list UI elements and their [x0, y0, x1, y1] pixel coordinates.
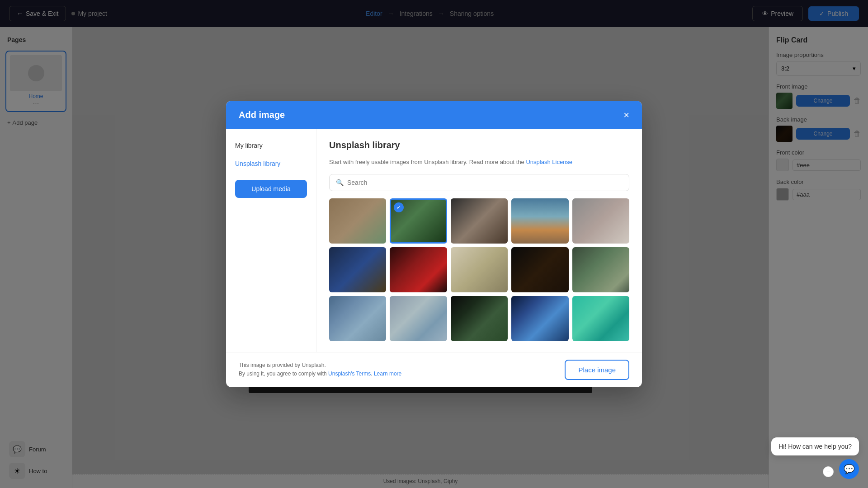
learn-more-link[interactable]: Learn more: [374, 371, 401, 377]
upload-media-button[interactable]: Upload media: [235, 180, 307, 198]
grid-item-12[interactable]: [390, 296, 447, 341]
grid-item-8[interactable]: [451, 247, 508, 292]
grid-item-11[interactable]: [329, 296, 386, 341]
grid-item-5[interactable]: [572, 198, 629, 244]
grid-item-4[interactable]: [511, 198, 568, 244]
grid-item-15[interactable]: [572, 296, 629, 341]
grid-item-10[interactable]: [572, 247, 629, 292]
image-grid: ✓: [329, 198, 629, 341]
modal-sidebar: My library Unsplash library Upload media: [226, 129, 316, 352]
search-bar: 🔍: [329, 174, 629, 191]
chat-widget: Hi! How can we help you? − 💬: [771, 437, 859, 479]
search-input[interactable]: [347, 179, 623, 186]
chat-bubble: Hi! How can we help you?: [771, 437, 859, 455]
search-icon: 🔍: [336, 179, 344, 186]
unsplash-license-link[interactable]: Unsplash License: [526, 159, 572, 165]
modal-body: My library Unsplash library Upload media…: [226, 129, 642, 352]
grid-item-14[interactable]: [511, 296, 568, 341]
modal-content: Unsplash library Start with freely usabl…: [316, 129, 642, 352]
add-image-modal: Add image × My library Unsplash library …: [226, 101, 642, 387]
nav-unsplash-library[interactable]: Unsplash library: [235, 158, 307, 169]
modal-close-button[interactable]: ×: [623, 110, 629, 120]
messenger-icon: 💬: [844, 464, 855, 474]
modal-footer: This image is provided by Unsplash. By u…: [226, 352, 642, 387]
grid-item-13[interactable]: [451, 296, 508, 341]
grid-item-6[interactable]: [329, 247, 386, 292]
unsplash-terms-link[interactable]: Unsplash's Terms: [328, 371, 371, 377]
place-image-button[interactable]: Place image: [565, 360, 629, 380]
grid-item-1[interactable]: [329, 198, 386, 244]
library-title: Unsplash library: [329, 140, 629, 150]
chat-open-button[interactable]: 💬: [839, 459, 859, 479]
footer-attribution: This image is provided by Unsplash. By u…: [239, 361, 401, 378]
nav-my-library[interactable]: My library: [235, 140, 307, 151]
grid-item-3[interactable]: [451, 198, 508, 244]
grid-item-2[interactable]: ✓: [390, 198, 447, 244]
grid-item-7[interactable]: [390, 247, 447, 292]
grid-item-9[interactable]: [511, 247, 568, 292]
modal-header: Add image ×: [226, 101, 642, 129]
modal-overlay: Add image × My library Unsplash library …: [0, 0, 868, 488]
chat-minimize-button[interactable]: −: [823, 466, 834, 477]
selected-check-icon: ✓: [394, 202, 404, 212]
modal-title: Add image: [239, 110, 285, 120]
library-description: Start with freely usable images from Uns…: [329, 158, 629, 167]
